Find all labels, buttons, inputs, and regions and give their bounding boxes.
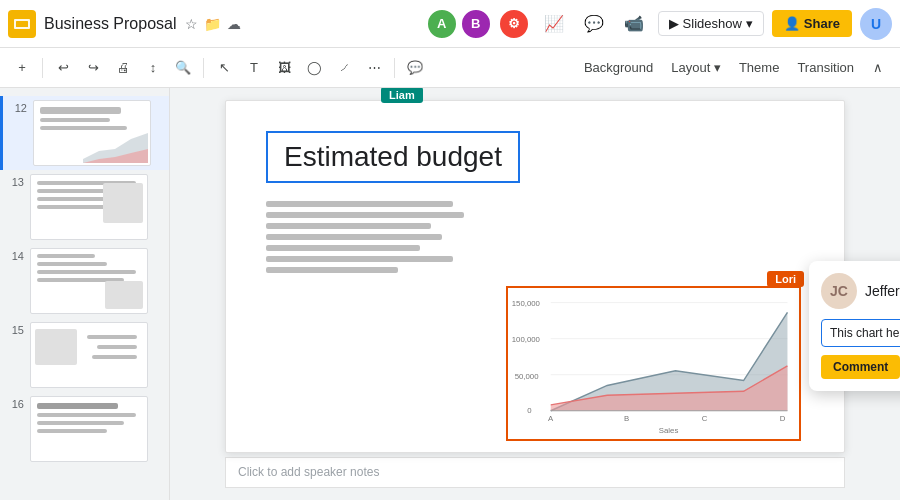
toolbar: + ↩ ↪ 🖨 ↕ 🔍 ↖ T 🖼 ◯ ⟋ ⋯ 💬 Background Lay… xyxy=(0,48,900,88)
commenter-name: Jeffery Clark xyxy=(865,283,900,299)
svg-rect-1 xyxy=(16,21,28,27)
svg-text:100,000: 100,000 xyxy=(512,335,541,344)
comment-actions: Comment Cancel xyxy=(821,355,900,379)
title-icons: ☆ 📁 ☁ xyxy=(185,16,241,32)
slide-thumb-16[interactable]: 16 xyxy=(0,392,169,466)
background-menu[interactable]: Background xyxy=(576,58,661,77)
cloud-icon[interactable]: ☁ xyxy=(227,16,241,32)
slide-preview-14 xyxy=(30,248,148,314)
share-button[interactable]: 👤 Share xyxy=(772,10,852,37)
comment-header: JC Jeffery Clark xyxy=(821,273,900,309)
svg-text:150,000: 150,000 xyxy=(512,299,541,308)
add-button[interactable]: + xyxy=(8,54,36,82)
slideshow-icon: ▶ xyxy=(669,16,679,31)
slide-preview-12 xyxy=(33,100,151,166)
top-bar: Business Proposal ☆ 📁 ☁ A B ⚙ 📈 💬 📹 ▶ Sl… xyxy=(0,0,900,48)
undo-button[interactable]: ↩ xyxy=(49,54,77,82)
chart-container[interactable]: 150,000 100,000 50,000 0 xyxy=(506,286,801,441)
slideshow-button[interactable]: ▶ Slideshow ▾ xyxy=(658,11,764,36)
slide-num-16: 16 xyxy=(8,398,24,410)
avatar-2: B xyxy=(460,8,492,40)
slide-title-box[interactable]: Estimated budget xyxy=(266,131,520,183)
user-avatar[interactable]: U xyxy=(860,8,892,40)
print-button[interactable]: 🖨 xyxy=(109,54,137,82)
slide-num-12: 12 xyxy=(11,102,27,114)
theme-menu[interactable]: Theme xyxy=(731,58,787,77)
folder-icon[interactable]: 📁 xyxy=(204,16,221,32)
lori-badge: Lori xyxy=(767,271,804,287)
doc-title: Business Proposal xyxy=(44,15,177,33)
divider-1 xyxy=(42,58,43,78)
slide-num-15: 15 xyxy=(8,324,24,336)
slide-preview-16 xyxy=(30,396,148,462)
chat-icon[interactable]: 💬 xyxy=(578,8,610,40)
liam-badge: Liam xyxy=(381,88,423,103)
slide-text-lines xyxy=(266,201,486,278)
svg-text:A: A xyxy=(548,414,554,423)
slide-thumb-13[interactable]: 13 xyxy=(0,170,169,244)
slide-panel: 12 13 1 xyxy=(0,88,170,500)
svg-text:C: C xyxy=(702,414,708,423)
avatar-3: ⚙ xyxy=(498,8,530,40)
select-tool[interactable]: ↖ xyxy=(210,54,238,82)
svg-text:0: 0 xyxy=(527,406,532,415)
redo-button[interactable]: ↪ xyxy=(79,54,107,82)
slide-num-13: 13 xyxy=(8,176,24,188)
paint-format-button[interactable]: ↕ xyxy=(139,54,167,82)
svg-text:Sales: Sales xyxy=(659,426,679,435)
image-tool[interactable]: 🖼 xyxy=(270,54,298,82)
collaborator-avatars: A B ⚙ xyxy=(426,8,530,40)
svg-text:50,000: 50,000 xyxy=(515,372,539,381)
zoom-button[interactable]: 🔍 xyxy=(169,54,197,82)
collapse-toolbar-button[interactable]: ∧ xyxy=(864,54,892,82)
slide-thumb-15[interactable]: 15 xyxy=(0,318,169,392)
shapes-tool[interactable]: ◯ xyxy=(300,54,328,82)
speaker-notes-placeholder: Click to add speaker notes xyxy=(238,465,379,479)
commenter-avatar: JC xyxy=(821,273,857,309)
slide-canvas[interactable]: Liam Estimated budget Lori 150,000 xyxy=(225,100,845,453)
lines-tool[interactable]: ⟋ xyxy=(330,54,358,82)
comment-input[interactable] xyxy=(821,319,900,347)
svg-text:D: D xyxy=(780,414,786,423)
main-area: 12 13 1 xyxy=(0,88,900,500)
divider-2 xyxy=(203,58,204,78)
star-icon[interactable]: ☆ xyxy=(185,16,198,32)
comment-button[interactable]: Comment xyxy=(821,355,900,379)
slide-thumb-12[interactable]: 12 xyxy=(0,96,169,170)
meet-icon[interactable]: 📹 xyxy=(618,8,650,40)
slide-thumb-14[interactable]: 14 xyxy=(0,244,169,318)
activity-icon[interactable]: 📈 xyxy=(538,8,570,40)
svg-text:B: B xyxy=(624,414,629,423)
transition-menu[interactable]: Transition xyxy=(789,58,862,77)
share-icon: 👤 xyxy=(784,16,800,31)
slide-num-14: 14 xyxy=(8,250,24,262)
canvas-area: Liam Estimated budget Lori 150,000 xyxy=(170,88,900,500)
dropdown-arrow-icon: ▾ xyxy=(746,16,753,31)
more-tool[interactable]: ⋯ xyxy=(360,54,388,82)
divider-3 xyxy=(394,58,395,78)
slide-preview-15 xyxy=(30,322,148,388)
speaker-notes[interactable]: Click to add speaker notes xyxy=(225,457,845,488)
slide-preview-13 xyxy=(30,174,148,240)
app-icon xyxy=(8,10,36,38)
comment-popup: JC Jeffery Clark Comment Cancel xyxy=(809,261,900,391)
layout-menu[interactable]: Layout ▾ xyxy=(663,58,729,77)
text-tool[interactable]: T xyxy=(240,54,268,82)
comment-tool[interactable]: 💬 xyxy=(401,54,429,82)
avatar-1: A xyxy=(426,8,458,40)
